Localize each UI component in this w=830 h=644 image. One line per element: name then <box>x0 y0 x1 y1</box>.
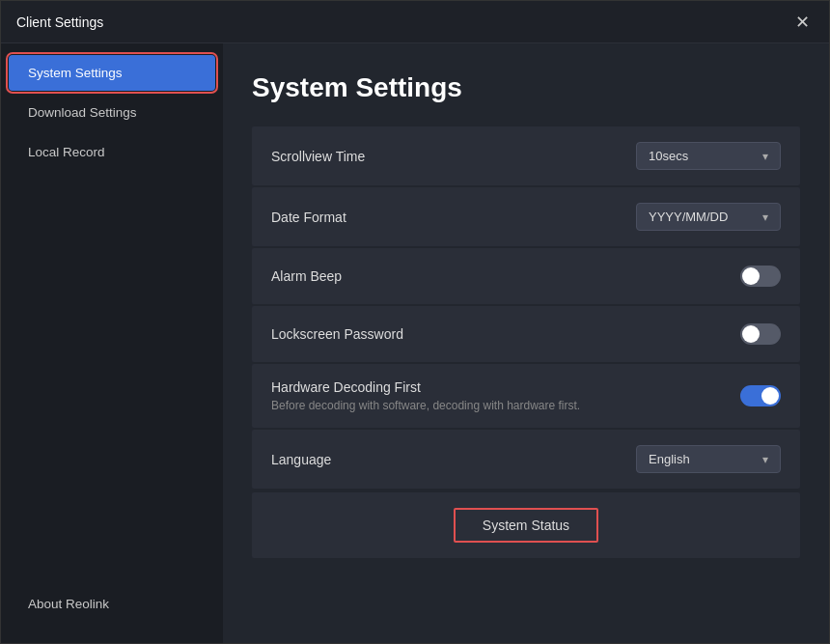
lockscreen-password-toggle[interactable] <box>740 323 781 345</box>
close-button[interactable]: ✕ <box>791 10 814 35</box>
hardware-decoding-info: Hardware Decoding First Before decoding … <box>271 379 580 412</box>
sidebar-item-local-record[interactable]: Local Record <box>9 134 215 170</box>
setting-row-hardware-decoding: Hardware Decoding First Before decoding … <box>252 364 800 428</box>
chevron-down-icon: ▾ <box>762 453 768 466</box>
settings-list: Scrollview Time 10secs ▾ Date Format YYY… <box>252 126 800 558</box>
chevron-down-icon: ▾ <box>762 210 768 224</box>
toggle-knob <box>742 325 760 343</box>
sidebar-item-about-reolink[interactable]: About Reolink <box>9 586 215 622</box>
setting-row-scrollview-time: Scrollview Time 10secs ▾ <box>252 126 800 185</box>
date-format-label: Date Format <box>271 210 346 225</box>
sidebar-footer: About Reolink <box>1 574 223 633</box>
lockscreen-password-label: Lockscreen Password <box>271 326 403 342</box>
hardware-decoding-desc: Before decoding with software, decoding … <box>271 399 580 412</box>
titlebar: Client Settings ✕ <box>1 1 829 43</box>
scrollview-time-label: Scrollview Time <box>271 149 365 164</box>
page-title: System Settings <box>252 72 800 103</box>
window-title: Client Settings <box>16 14 103 30</box>
language-dropdown[interactable]: English ▾ <box>636 445 781 473</box>
language-value: English <box>649 452 690 466</box>
scrollview-time-dropdown[interactable]: 10secs ▾ <box>636 142 781 170</box>
alarm-beep-toggle[interactable] <box>740 266 781 287</box>
action-row-system-status: System Status <box>252 492 800 558</box>
setting-row-language: Language English ▾ <box>252 430 800 489</box>
toggle-knob <box>742 267 760 285</box>
content-area: System Settings Download Settings Local … <box>1 43 829 643</box>
hardware-decoding-toggle[interactable] <box>740 385 781 406</box>
chevron-down-icon: ▾ <box>762 150 768 163</box>
main-panel: System Settings Scrollview Time 10secs ▾… <box>223 43 829 643</box>
sidebar: System Settings Download Settings Local … <box>1 43 223 643</box>
sidebar-item-download-settings[interactable]: Download Settings <box>9 95 215 130</box>
date-format-value: YYYY/MM/DD <box>649 210 728 224</box>
date-format-dropdown[interactable]: YYYY/MM/DD ▾ <box>636 203 781 231</box>
app-window: Client Settings ✕ System Settings Downlo… <box>0 0 830 644</box>
scrollview-time-value: 10secs <box>649 149 688 163</box>
hardware-decoding-label: Hardware Decoding First <box>271 379 580 395</box>
alarm-beep-label: Alarm Beep <box>271 268 342 284</box>
system-status-button[interactable]: System Status <box>454 508 598 543</box>
sidebar-item-system-settings[interactable]: System Settings <box>9 55 215 91</box>
language-label: Language <box>271 452 331 467</box>
toggle-knob <box>761 387 779 405</box>
setting-row-alarm-beep: Alarm Beep <box>252 248 800 304</box>
setting-row-date-format: Date Format YYYY/MM/DD ▾ <box>252 187 800 246</box>
setting-row-lockscreen-password: Lockscreen Password <box>252 306 800 362</box>
